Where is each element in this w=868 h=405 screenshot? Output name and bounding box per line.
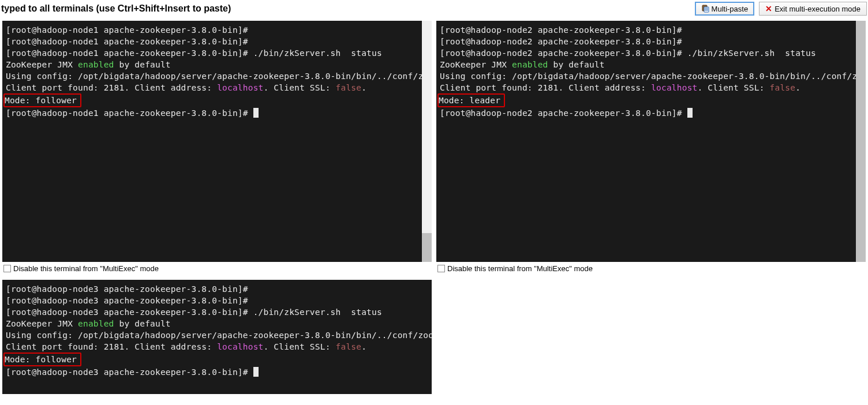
paste-icon [701,5,709,13]
terminal-panel: [root@hadoop-node3 apache-zookeeper-3.8.… [0,276,434,395]
mode-highlight: Mode: follower [3,352,81,366]
terminal-output[interactable]: [root@hadoop-node2 apache-zookeeper-3.8.… [436,21,866,262]
header-bar: typed to all terminals (use Ctrl+Shift+I… [0,0,868,17]
disable-terminal-label: Disable this terminal from "MultiExec" m… [13,264,159,273]
terminal-output[interactable]: [root@hadoop-node1 apache-zookeeper-3.8.… [2,21,432,262]
terminal-panel: [root@hadoop-node2 apache-zookeeper-3.8.… [434,17,868,276]
mode-highlight: Mode: follower [3,93,81,107]
multi-paste-button[interactable]: Multi-paste [695,2,755,16]
exit-label: Exit multi-execution mode [775,5,860,13]
close-icon: ✕ [765,4,772,13]
terminal-cursor [253,108,259,118]
terminal-footer: Disable this terminal from "MultiExec" m… [2,262,432,275]
multi-paste-label: Multi-paste [712,5,749,13]
terminal-cursor [687,108,693,118]
terminal-output[interactable]: [root@hadoop-node3 apache-zookeeper-3.8.… [2,280,432,394]
scroll-thumb[interactable] [422,233,432,262]
scrollbar[interactable] [856,21,866,262]
disable-terminal-checkbox[interactable] [437,265,445,272]
disable-terminal-checkbox[interactable] [3,265,11,272]
disable-terminal-label: Disable this terminal from "MultiExec" m… [447,264,593,273]
header-title: typed to all terminals (use Ctrl+Shift+I… [1,3,690,14]
terminal-panel: [root@hadoop-node1 apache-zookeeper-3.8.… [0,17,434,276]
scroll-thumb[interactable] [856,21,866,262]
terminals-grid: [root@hadoop-node1 apache-zookeeper-3.8.… [0,17,868,395]
exit-multiexec-button[interactable]: ✕ Exit multi-execution mode [759,2,867,16]
mode-highlight: Mode: leader [437,93,505,107]
terminal-cursor [253,367,259,377]
terminal-footer: Disable this terminal from "MultiExec" m… [436,262,866,275]
scrollbar[interactable] [422,21,432,262]
